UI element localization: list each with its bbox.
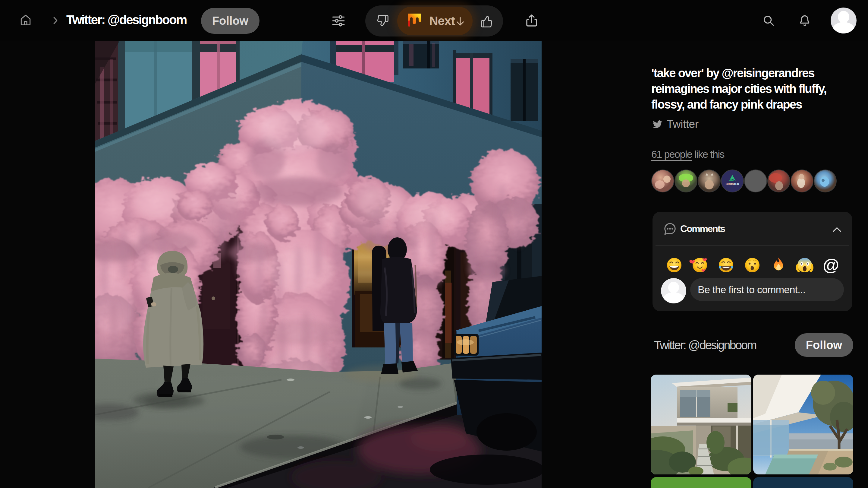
svg-text:BOOSTER: BOOSTER — [726, 182, 739, 185]
svg-text:@: @ — [823, 255, 839, 274]
